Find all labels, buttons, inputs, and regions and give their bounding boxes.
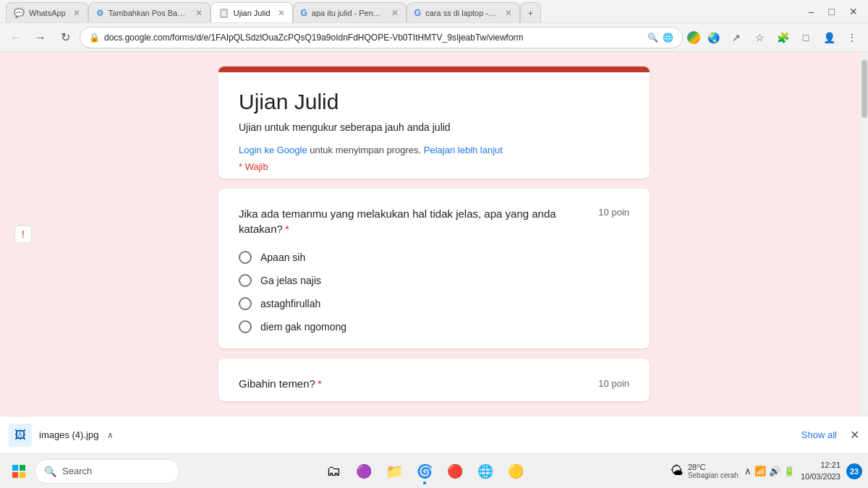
option-ga-jelas[interactable]: Ga jelas najis [239, 274, 629, 287]
tab-close-whatsapp[interactable]: ✕ [73, 8, 80, 18]
download-chevron[interactable]: ∧ [107, 430, 114, 440]
weather-temp: 28°C [688, 463, 739, 471]
address-input[interactable] [104, 33, 643, 43]
option-label-ga-jelas: Ga jelas najis [260, 275, 321, 286]
show-all-button[interactable]: Show all [801, 429, 837, 440]
translate-btn[interactable]: 🌏 [703, 27, 723, 48]
forward-button[interactable]: → [30, 27, 51, 48]
address-bar: ← → ↻ 🔒 🔍 🌐 🌏 ↗ ☆ 🧩 □ 👤 ⋮ [0, 23, 868, 52]
menu-button[interactable]: ⋮ [842, 27, 862, 48]
system-icons: ∧ 📶 🔊 🔋 [744, 466, 795, 476]
download-file-icon: 🖼 [9, 424, 32, 447]
taskbar: 🔍 Search 🗂 🟣 📁 🌀 🔴 🌐 🟡 🌤 28°C [0, 453, 868, 488]
search-bar[interactable]: 🔍 Search [35, 459, 179, 484]
battery-icon[interactable]: 🔋 [783, 466, 795, 476]
taskbar-app-chrome[interactable]: 🌐 [471, 457, 500, 486]
svg-rect-2 [12, 472, 18, 478]
taskbar-app-folder[interactable]: 📁 [380, 457, 409, 486]
question-1-header: Jika ada temanmu yang melakukan hal tida… [239, 206, 629, 236]
taskbar-app-edge[interactable]: 🌀 [410, 457, 439, 486]
volume-icon[interactable]: 🔊 [769, 466, 780, 476]
option-diem[interactable]: diem gak ngomong [239, 320, 629, 333]
back-button[interactable]: ← [6, 27, 26, 48]
share-button[interactable]: ↗ [726, 27, 746, 48]
scrollbar[interactable] [861, 52, 868, 416]
required-star-2: * [318, 377, 322, 390]
taskbar-app-stickynotes[interactable]: 🟡 [501, 457, 530, 486]
window-controls: – □ ✕ [804, 4, 862, 19]
form-header-card: Ujian Julid Ujian untuk mengukur seberap… [218, 67, 650, 179]
minimize-button[interactable]: – [804, 4, 819, 19]
poin-label-2: 10 poin [598, 378, 629, 389]
maximize-button[interactable]: □ [825, 4, 839, 19]
tab-tambahkan[interactable]: ⚙ Tambahkan Pos Baru • Ci… ✕ [88, 2, 210, 22]
question-2-header: Gibahin temen?* 10 poin [239, 376, 629, 391]
sidebar-button[interactable]: □ [796, 27, 816, 48]
radio-diem[interactable] [239, 320, 252, 333]
tab-apa-itu[interactable]: G apa itu julid - Penelusura… ✕ [293, 2, 407, 22]
clock: 12:21 [801, 460, 841, 471]
browser-content: Ujian Julid Ujian untuk mengukur seberap… [0, 52, 868, 416]
weather-desc: Sebagian cerah [688, 471, 739, 479]
download-close-button[interactable]: ✕ [850, 428, 859, 442]
question-1-text: Jika ada temanmu yang melakukan hal tida… [239, 206, 590, 236]
svg-rect-1 [20, 465, 25, 471]
error-icon[interactable]: ! [14, 226, 32, 243]
close-button[interactable]: ✕ [845, 4, 862, 19]
date: 10/03/2023 [801, 471, 841, 482]
wajib-label: * Wajib [239, 161, 629, 172]
radio-apaan-sih[interactable] [239, 251, 252, 264]
form-login-row: Login ke Google untuk menyimpan progres.… [239, 145, 629, 155]
scrollbar-thumb[interactable] [861, 60, 867, 118]
lock-icon: 🔒 [89, 33, 100, 43]
tab-close-apa-itu[interactable]: ✕ [391, 8, 399, 18]
time-display[interactable]: 12:21 10/03/2023 [801, 460, 841, 482]
option-label-astaghfirullah: astaghfirullah [260, 298, 320, 309]
tab-close-ujian[interactable]: ✕ [278, 8, 285, 18]
profile-button[interactable]: 👤 [819, 27, 839, 48]
radio-ga-jelas[interactable] [239, 274, 252, 287]
tab-whatsapp[interactable]: 💬 WhatsApp ✕ [6, 2, 88, 22]
learn-more-link[interactable]: Pelajari lebih lanjut [424, 145, 503, 155]
required-star-1: * [285, 223, 289, 235]
extensions-button[interactable]: 🧩 [773, 27, 793, 48]
wifi-icon[interactable]: 📶 [754, 466, 766, 476]
notification-badge[interactable]: 23 [846, 463, 862, 479]
svg-rect-3 [20, 472, 25, 478]
form-description: Ujian untuk mengukur seberapa jauh anda … [239, 121, 629, 133]
login-link[interactable]: Login ke Google [239, 145, 307, 155]
search-icon: 🔍 [44, 466, 56, 477]
taskbar-apps: 🗂 🟣 📁 🌀 🔴 🌐 🟡 [182, 457, 668, 486]
tab-close-cara-ss[interactable]: ✕ [505, 8, 512, 18]
form-title: Ujian Julid [239, 90, 629, 114]
tab-ujian[interactable]: 📋 Ujian Julid ✕ [210, 2, 293, 22]
google-icon [687, 31, 700, 44]
option-label-apaan-sih: Apaan sih [260, 252, 305, 263]
taskbar-app-teams[interactable]: 🟣 [349, 457, 378, 486]
download-bar: 🖼 images (4).jpg ∧ Show all ✕ [0, 416, 868, 453]
option-apaan-sih[interactable]: Apaan sih [239, 251, 629, 264]
radio-astaghfirullah[interactable] [239, 297, 252, 310]
weather-icon: 🌤 [671, 463, 684, 479]
search-placeholder-text: Search [62, 466, 92, 476]
poin-label-1: 10 poin [598, 207, 629, 218]
address-input-wrap[interactable]: 🔒 🔍 🌐 [80, 27, 683, 48]
taskbar-app-explorer[interactable]: 🗂 [319, 457, 348, 486]
weather-widget[interactable]: 🌤 28°C Sebagian cerah [671, 463, 739, 479]
question-2-card: Gibahin temen?* 10 poin [218, 359, 650, 401]
page-content: Ujian Julid Ujian untuk mengukur seberap… [0, 52, 868, 416]
chevron-up-icon[interactable]: ∧ [744, 466, 752, 476]
title-bar: 💬 WhatsApp ✕ ⚙ Tambahkan Pos Baru • Ci… … [0, 0, 868, 23]
tab-cara-ss[interactable]: G cara ss di laptop - Penelu… ✕ [407, 2, 520, 22]
translate-icon[interactable]: 🌐 [663, 33, 673, 43]
download-filename: images (4).jpg [39, 429, 98, 440]
new-tab-button[interactable]: + [520, 2, 540, 22]
tab-close-tambahkan[interactable]: ✕ [195, 8, 203, 18]
option-astaghfirullah[interactable]: astaghfirullah [239, 297, 629, 310]
taskbar-app-kaspersky[interactable]: 🔴 [441, 457, 469, 486]
question-1-card: Jika ada temanmu yang melakukan hal tida… [218, 189, 650, 348]
bookmark-button[interactable]: ☆ [749, 27, 770, 48]
start-button[interactable] [6, 458, 32, 484]
google-lens-icon[interactable]: 🔍 [647, 33, 658, 43]
reload-button[interactable]: ↻ [55, 27, 75, 48]
